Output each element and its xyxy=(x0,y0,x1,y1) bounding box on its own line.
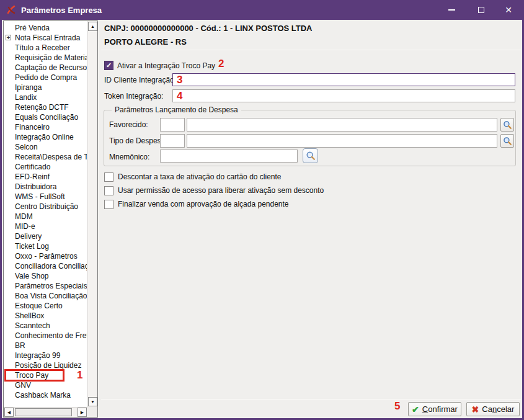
sidebar-item-certificado[interactable]: Certificado xyxy=(4,162,87,172)
confirm-check-icon: ✔ xyxy=(412,405,419,414)
mnemonico-input[interactable] xyxy=(160,150,298,163)
sidebar-item-financeiro[interactable]: Financeiro xyxy=(4,122,87,132)
sidebar-item-centro-distribui-o[interactable]: Centro Distribuição xyxy=(4,202,87,212)
sidebar-item-nota-fiscal-entrada[interactable]: +Nota Fiscal Entrada xyxy=(4,33,87,43)
sidebar-item-scanntech[interactable]: Scanntech xyxy=(4,321,87,331)
sidebar-item-distribuidora[interactable]: Distribuidora xyxy=(4,182,87,192)
checkbox-label: Usar permissão de acesso para liberar at… xyxy=(118,186,324,195)
sidebar-item-requisi-o-de-materiais[interactable]: Requisição de Materiais xyxy=(4,53,87,63)
title-bar: Parâmetros Empresa ✕ xyxy=(0,0,524,20)
tipo-despesa-description-input[interactable] xyxy=(187,134,497,148)
activate-integration-row[interactable]: ✓ Ativar a Integração Troco Pay xyxy=(104,61,215,70)
despesa-groupbox-title: Parâmetros Lançamento de Despesa xyxy=(112,105,241,114)
sidebar-item-wms-fullsoft[interactable]: WMS - FullSoft xyxy=(4,192,87,202)
mnemonico-label: Mnemônico: xyxy=(109,153,149,161)
sidebar-item-equals-concilia-o[interactable]: Equals Conciliação xyxy=(4,112,87,122)
sidebar-item-mdm[interactable]: MDM xyxy=(4,212,87,221)
option-row-descontar-a-taxa-de-ativa-o-do[interactable]: Descontar a taxa de ativação do cartão d… xyxy=(104,172,324,182)
sidebar-item-label: Pré Venda xyxy=(15,24,50,32)
sidebar-item-receita-despesa-de-titul[interactable]: Receita\Despesa de Titul xyxy=(4,152,87,162)
tipo-despesa-search-button[interactable] xyxy=(500,134,514,148)
scroll-down-button[interactable]: ▼ xyxy=(88,397,97,406)
sidebar-item-integra-o-99[interactable]: Integração 99 xyxy=(4,351,87,360)
activate-integration-checkbox[interactable]: ✓ xyxy=(104,61,113,70)
sidebar-item-reten-o-dctf[interactable]: Retenção DCTF xyxy=(4,102,87,112)
annotation-5: 5 xyxy=(394,400,400,413)
sidebar-item-label: Equals Conciliação xyxy=(15,113,78,122)
sidebar-item-gnv[interactable]: GNV xyxy=(4,380,87,390)
sidebar-item-mid-e[interactable]: MID-e xyxy=(4,221,87,231)
sidebar-item-boa-vista-concilia-o[interactable]: Boa Vista Conciliação xyxy=(4,291,87,301)
sidebar-item-label: Integração Online xyxy=(15,133,74,141)
sidebar-item-par-metros-especiais[interactable]: Parâmetros Especiais xyxy=(4,281,87,291)
favorecido-search-button[interactable] xyxy=(500,118,514,132)
cancel-button[interactable]: ✖ Cancelar xyxy=(466,402,520,416)
sidebar-item-estoque-certo[interactable]: Estoque Certo xyxy=(4,301,87,311)
checkbox[interactable] xyxy=(104,200,113,209)
option-row-finalizar-venda-com-aprova-o-d[interactable]: Finalizar venda com aprovação de alçada … xyxy=(104,199,324,209)
checkbox[interactable] xyxy=(104,186,113,195)
confirm-button-label: Confirmar xyxy=(422,404,458,414)
sidebar-item-label: Conhecimento de Frete xyxy=(15,331,87,340)
sidebar-item-label: MDM xyxy=(15,212,33,221)
favorecido-description-input[interactable] xyxy=(187,118,497,132)
minimize-button[interactable] xyxy=(441,0,462,20)
sidebar-item-conciliadora-concilia-o[interactable]: Conciliadora Conciliação xyxy=(4,261,87,271)
minimize-icon xyxy=(448,9,455,11)
sidebar-item-ticket-log[interactable]: Ticket Log xyxy=(4,241,87,251)
sidebar-item-delivery[interactable]: Delivery xyxy=(4,231,87,241)
sidebar-item-conhecimento-de-frete[interactable]: Conhecimento de Frete xyxy=(4,331,87,341)
sidebar-item-landix[interactable]: Landix xyxy=(4,92,87,102)
scroll-up-button[interactable]: ▲ xyxy=(88,22,97,31)
horizontal-scroll-thumb[interactable] xyxy=(15,408,72,416)
sidebar-item-label: Estoque Certo xyxy=(15,302,63,310)
sidebar-item-t-tulo-a-receber[interactable]: Título a Receber xyxy=(4,43,87,53)
confirm-button[interactable]: ✔ Confirmar xyxy=(408,402,461,416)
maximize-button[interactable] xyxy=(471,0,492,20)
sidebar-item-pr-venda[interactable]: Pré Venda xyxy=(4,23,87,33)
sidebar-item-br[interactable]: BR xyxy=(4,341,87,351)
sidebar-item-oxxo-par-metros[interactable]: Oxxo - Parâmetros xyxy=(4,251,87,261)
vertical-scrollbar[interactable]: ▲ ▼ xyxy=(87,21,97,407)
sidebar-item-label: Oxxo - Parâmetros xyxy=(15,252,78,261)
sidebar-item-selcon[interactable]: Selcon xyxy=(4,142,87,152)
company-city-line: PORTO ALEGRE - RS xyxy=(104,37,187,47)
sidebar-item-label: Landix xyxy=(15,93,37,102)
sidebar-item-label: Retenção DCTF xyxy=(15,103,69,112)
options-list: Descontar a taxa de ativação do cartão d… xyxy=(104,172,324,213)
token-label: Token Integração: xyxy=(104,92,163,101)
sidebar-item-label: Integração 99 xyxy=(15,351,60,360)
sidebar-item-cashback-marka[interactable]: Cashback Marka xyxy=(4,390,87,400)
token-input[interactable] xyxy=(172,89,515,102)
sidebar-item-efd-reinf[interactable]: EFD-Reinf xyxy=(4,172,87,182)
sidebar-item-integra-o-online[interactable]: Integração Online xyxy=(4,132,87,142)
sidebar-item-capta-o-de-recursos[interactable]: Captação de Recursos xyxy=(4,63,87,73)
horizontal-scrollbar[interactable]: ◀ ▶ xyxy=(4,407,87,417)
annotation-3: 3 xyxy=(177,74,182,86)
mnemonico-search-button[interactable] xyxy=(303,148,318,163)
sidebar-item-label: Parâmetros Especiais xyxy=(15,282,87,290)
sidebar-item-vale-shop[interactable]: Vale Shop xyxy=(4,271,87,281)
sidebar-item-troco-pay[interactable]: 1Troco Pay xyxy=(4,370,87,380)
sidebar-item-pedido-de-compra[interactable]: Pedido de Compra xyxy=(4,73,87,83)
sidebar-item-shellbox[interactable]: ShellBox xyxy=(4,311,87,321)
sidebar-item-ipiranga[interactable]: Ipiranga xyxy=(4,83,87,92)
tipo-despesa-code-input[interactable] xyxy=(160,134,185,148)
maximize-icon xyxy=(478,7,484,13)
footer-separator xyxy=(101,399,521,400)
favorecido-code-input[interactable] xyxy=(160,118,185,132)
scrollbar-corner xyxy=(87,407,97,417)
parametros-empresa-window: Parâmetros Empresa ✕ Pré Venda+Nota Fisc… xyxy=(0,0,524,420)
scroll-right-button[interactable]: ▶ xyxy=(78,408,87,417)
expand-icon[interactable]: + xyxy=(6,35,11,40)
sidebar-item-label: Distribuidora xyxy=(15,182,56,191)
id-cliente-input[interactable] xyxy=(172,73,515,86)
close-button[interactable]: ✕ xyxy=(498,0,519,20)
parameters-listbox: Pré Venda+Nota Fiscal EntradaTítulo a Re… xyxy=(3,20,98,418)
scroll-left-button[interactable]: ◀ xyxy=(4,408,14,417)
option-row-usar-permiss-o-de-acesso-para-[interactable]: Usar permissão de acesso para liberar at… xyxy=(104,185,324,195)
cancel-x-icon: ✖ xyxy=(472,405,479,414)
checkbox[interactable] xyxy=(104,172,113,182)
annotation-box-1 xyxy=(4,369,64,382)
sidebar-item-label: Requisição de Materiais xyxy=(15,53,87,62)
